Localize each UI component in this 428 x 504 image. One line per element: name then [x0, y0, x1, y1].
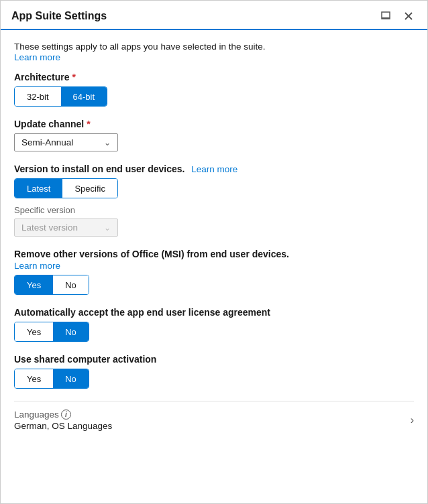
remove-office-label: Remove other versions of Office (MSI) fr… — [14, 249, 414, 259]
license-no-button[interactable]: No — [53, 322, 89, 341]
shared-computer-section: Use shared computer activation Yes No — [14, 354, 414, 389]
close-button[interactable] — [400, 10, 417, 22]
architecture-label: Architecture * — [14, 72, 414, 82]
update-channel-dropdown[interactable]: Semi-Annual ⌄ — [14, 133, 118, 151]
architecture-toggle-group: 32-bit 64-bit — [14, 86, 107, 107]
architecture-required: * — [72, 72, 75, 82]
title-bar-controls — [378, 10, 417, 22]
languages-title: Languages i — [14, 410, 112, 420]
update-channel-section: Update channel * Semi-Annual ⌄ — [14, 119, 414, 151]
description-learn-more-link[interactable]: Learn more — [14, 52, 60, 62]
specific-version-value: Latest version — [21, 223, 78, 233]
version-latest-button[interactable]: Latest — [15, 179, 62, 198]
shared-computer-yes-button[interactable]: Yes — [15, 369, 53, 388]
license-agreement-section: Automatically accept the app end user li… — [14, 307, 414, 342]
version-specific-button[interactable]: Specific — [62, 179, 117, 198]
license-toggle-group: Yes No — [14, 322, 89, 342]
description-block: These settings apply to all apps you hav… — [14, 41, 414, 62]
languages-row[interactable]: Languages i German, OS Languages › — [14, 401, 414, 431]
remove-office-learn-more-link[interactable]: Learn more — [14, 261, 414, 271]
specific-version-dropdown[interactable]: Latest version ⌄ — [14, 218, 118, 237]
window-title: App Suite Settings — [11, 10, 107, 22]
settings-content: These settings apply to all apps you hav… — [1, 30, 427, 503]
update-channel-chevron-icon: ⌄ — [104, 138, 111, 147]
update-channel-value: Semi-Annual — [21, 137, 73, 147]
remove-office-section: Remove other versions of Office (MSI) fr… — [14, 249, 414, 295]
specific-version-label: Specific version — [14, 205, 414, 215]
architecture-64bit-button[interactable]: 64-bit — [61, 87, 107, 106]
languages-chevron-right-icon: › — [411, 414, 414, 426]
title-bar: App Suite Settings — [1, 1, 427, 30]
specific-version-chevron-icon: ⌄ — [104, 223, 111, 233]
architecture-32bit-button[interactable]: 32-bit — [15, 87, 61, 106]
license-yes-button[interactable]: Yes — [15, 322, 53, 341]
license-agreement-label: Automatically accept the app end user li… — [14, 307, 414, 318]
minimize-button[interactable] — [378, 10, 394, 22]
version-toggle-group: Latest Specific — [14, 178, 118, 198]
app-suite-settings-window: App Suite Settings These settings apply … — [0, 0, 428, 504]
remove-office-yes-button[interactable]: Yes — [15, 275, 53, 294]
architecture-section: Architecture * 32-bit 64-bit — [14, 72, 414, 107]
shared-computer-no-button[interactable]: No — [53, 369, 89, 388]
shared-computer-toggle-group: Yes No — [14, 369, 89, 389]
update-channel-required: * — [87, 119, 90, 129]
description-text: These settings apply to all apps you hav… — [14, 42, 265, 52]
languages-info-icon[interactable]: i — [61, 410, 71, 420]
close-icon — [404, 11, 413, 21]
shared-computer-label: Use shared computer activation — [14, 354, 414, 365]
remove-office-toggle-group: Yes No — [14, 275, 89, 295]
languages-value: German, OS Languages — [14, 421, 112, 431]
version-to-install-section: Version to install on end user devices. … — [14, 164, 414, 237]
remove-office-no-button[interactable]: No — [53, 275, 89, 294]
languages-left: Languages i German, OS Languages — [14, 410, 112, 431]
version-learn-more-link[interactable]: Learn more — [191, 164, 237, 174]
update-channel-label: Update channel * — [14, 119, 414, 129]
minimize-icon — [381, 11, 390, 21]
version-to-install-label: Version to install on end user devices. … — [14, 164, 414, 174]
